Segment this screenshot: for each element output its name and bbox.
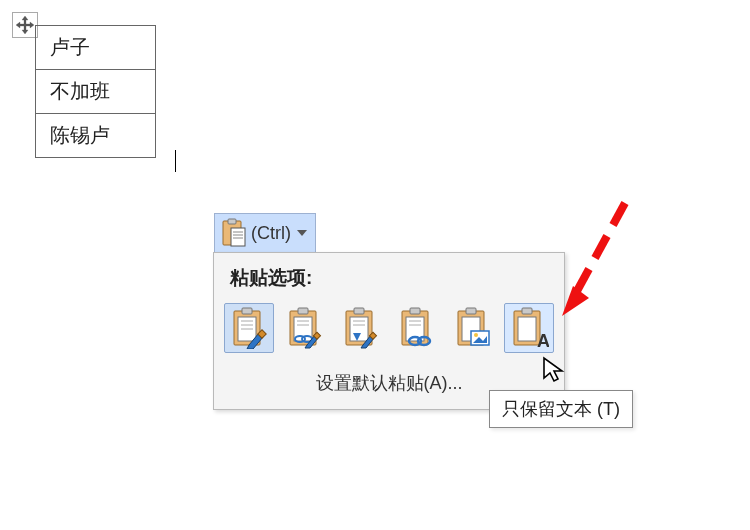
text-cursor bbox=[175, 150, 176, 172]
paste-options-row: A bbox=[214, 301, 564, 361]
clipboard-link-icon bbox=[397, 307, 437, 349]
svg-rect-7 bbox=[242, 308, 252, 314]
svg-rect-40 bbox=[522, 308, 532, 314]
annotation-arrow-icon bbox=[555, 198, 655, 348]
paste-button-label: (Ctrl) bbox=[251, 223, 291, 244]
svg-rect-41 bbox=[518, 317, 536, 341]
clipboard-brush-link-icon bbox=[285, 307, 325, 349]
table-cell[interactable]: 卢子 bbox=[36, 26, 156, 70]
move-arrows-icon bbox=[15, 15, 35, 35]
svg-rect-14 bbox=[298, 308, 308, 314]
paste-option-use-destination-styles[interactable] bbox=[336, 303, 386, 353]
paste-option-keep-source-formatting[interactable] bbox=[224, 303, 274, 353]
paste-option-picture[interactable] bbox=[448, 303, 498, 353]
svg-rect-1 bbox=[228, 219, 236, 224]
svg-line-45 bbox=[577, 269, 589, 291]
paste-option-keep-text-only[interactable]: A bbox=[504, 303, 554, 353]
panel-title: 粘贴选项: bbox=[214, 253, 564, 301]
content-table[interactable]: 卢子 不加班 陈锡卢 bbox=[35, 25, 156, 158]
clipboard-brush-icon bbox=[229, 307, 269, 349]
paste-option-link-and-keep-formatting[interactable] bbox=[392, 303, 442, 353]
table-cell[interactable]: 不加班 bbox=[36, 70, 156, 114]
svg-rect-2 bbox=[231, 228, 245, 246]
svg-text:A: A bbox=[537, 331, 549, 349]
default-paste-label: 设置默认粘贴(A)... bbox=[316, 373, 463, 393]
clipboard-merge-brush-icon bbox=[341, 307, 381, 349]
clipboard-icon bbox=[221, 218, 247, 248]
svg-rect-28 bbox=[410, 308, 420, 314]
svg-point-38 bbox=[474, 333, 478, 337]
table-cell[interactable]: 陈锡卢 bbox=[36, 114, 156, 158]
clipboard-text-only-icon: A bbox=[509, 307, 549, 349]
tooltip-text: 只保留文本 (T) bbox=[502, 399, 620, 419]
svg-line-43 bbox=[613, 203, 625, 225]
dropdown-triangle-icon bbox=[297, 230, 307, 236]
svg-line-44 bbox=[595, 236, 607, 258]
paste-options-panel: 粘贴选项: bbox=[213, 252, 565, 410]
paste-option-merge-formatting[interactable] bbox=[280, 303, 330, 353]
paste-option-tooltip: 只保留文本 (T) bbox=[489, 390, 633, 428]
svg-rect-35 bbox=[466, 308, 476, 314]
clipboard-picture-icon bbox=[453, 307, 493, 349]
svg-rect-22 bbox=[354, 308, 364, 314]
paste-options-button[interactable]: (Ctrl) bbox=[214, 213, 316, 253]
